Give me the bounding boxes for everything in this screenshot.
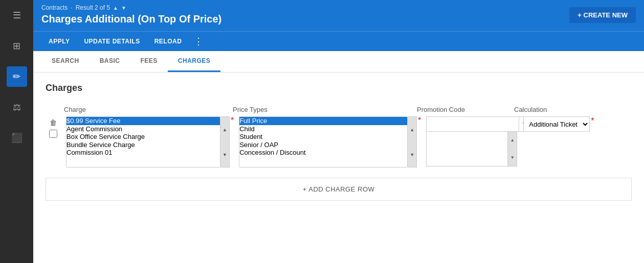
add-charge-row-button[interactable]: + ADD CHARGE ROW [46,178,631,200]
toolbar: APPLY UPDATE DETAILS RELOAD ⋮ [33,31,644,51]
charge-scroll-up[interactable]: ▲ [220,117,229,142]
breadcrumb-separator: · [71,4,72,11]
promotion-code-container: 🔍 ▲ ▼ [426,116,518,166]
result-text: Result 2 of 5 [76,4,110,11]
charge-listbox-container: $0.99 Service Fee Agent Commission Box O… [66,116,230,168]
price-types-listbox-container: Full Price Child Student Senior / OAP Co… [239,116,417,168]
charges-table: Charge Price Types Promotion Code Calcul… [46,106,632,168]
calc-col-header: Calculation [514,106,596,113]
table-row: 🗑 $0.99 Service Fee Agent Commission Box… [46,116,632,168]
menu-icon[interactable]: ☰ [7,5,27,26]
price-types-col-header: Price Types [233,106,412,113]
tab-charges[interactable]: CHARGES [168,51,221,72]
price-types-listbox[interactable]: Full Price Child Student Senior / OAP Co… [239,116,408,168]
reload-button[interactable]: RELOAD [147,33,189,50]
tab-search[interactable]: SEARCH [41,51,90,72]
main-content: Contracts · Result 2 of 5 ▲ ▼ Charges Ad… [33,0,644,263]
promo-col-header: Promotion Code [417,106,509,113]
charge-scroll-down[interactable]: ▼ [220,142,229,167]
header: Contracts · Result 2 of 5 ▲ ▼ Charges Ad… [33,0,644,31]
edit-icon[interactable]: ✏ [7,66,27,87]
nav-down-icon[interactable]: ▼ [121,5,126,11]
tab-fees[interactable]: FEES [130,51,168,72]
calculation-select[interactable]: Additional Ticket Flat Percentage [523,116,590,132]
section-title: Charges [46,83,632,93]
apply-button[interactable]: APPLY [41,33,77,50]
promo-top: 🔍 [426,116,535,132]
tab-basic[interactable]: BASIC [90,51,130,72]
charge-required-star: * [231,116,234,125]
calc-required-star: * [591,116,594,126]
promo-input-row: 🔍 [426,116,518,132]
more-menu-button[interactable]: ⋮ [189,32,208,51]
delete-row-button[interactable]: 🗑 [49,117,58,128]
price-scroll-up[interactable]: ▲ [408,117,416,142]
row-controls: 🗑 [46,116,61,138]
page-content: Charges Charge Price Types Promotion Cod… [33,73,644,263]
nav-up-icon[interactable]: ▲ [113,5,118,11]
charge-col-header: Charge [64,106,228,113]
tab-bar: SEARCH BASIC FEES CHARGES [33,51,644,73]
create-new-button[interactable]: + CREATE NEW [569,7,636,23]
add-charge-row-container: + ADD CHARGE ROW [46,178,632,201]
update-details-button[interactable]: UPDATE DETAILS [77,33,147,50]
price-required-star: * [418,116,421,125]
promo-textarea-scroll-down[interactable]: ▼ [508,149,517,166]
breadcrumb-contracts[interactable]: Contracts [41,4,68,11]
charge-listbox[interactable]: $0.99 Service Fee Agent Commission Box O… [66,116,220,168]
calculation-container: Additional Ticket Flat Percentage * [523,116,594,132]
grid-icon[interactable]: ⊞ [7,36,27,56]
row-checkbox[interactable] [49,130,57,138]
price-scroll-down[interactable]: ▼ [408,142,416,167]
breadcrumb: Contracts · Result 2 of 5 ▲ ▼ [41,4,221,11]
promotion-code-input[interactable] [426,116,519,132]
promo-textarea-scroll-up[interactable]: ▲ [508,132,517,149]
price-scroll-buttons: ▲ ▼ [408,116,417,168]
page-title: Charges Additional (On Top Of Price) [41,13,221,25]
sidebar: ☰ ⊞ ✏ ⚖ ⬛ [0,0,33,263]
column-headers: Charge Price Types Promotion Code Calcul… [46,106,632,113]
scale-icon[interactable]: ⚖ [7,97,27,117]
charge-scroll-buttons: ▲ ▼ [220,116,230,168]
exit-icon[interactable]: ⬛ [7,128,27,148]
promo-textarea[interactable] [426,132,508,166]
